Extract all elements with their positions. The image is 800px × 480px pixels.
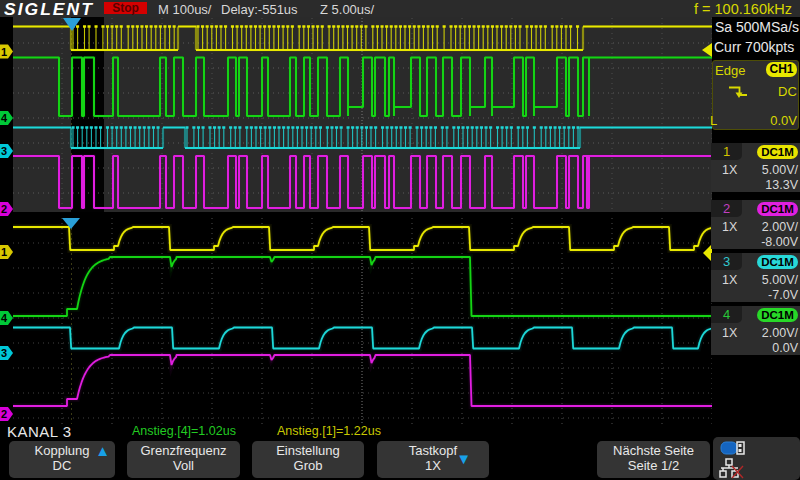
svg-text:4: 4 bbox=[1, 112, 8, 124]
svg-text:1: 1 bbox=[1, 246, 7, 258]
svg-text:4: 4 bbox=[1, 312, 8, 324]
svg-text:1: 1 bbox=[1, 46, 7, 58]
svg-text:3: 3 bbox=[1, 347, 7, 359]
svg-text:3: 3 bbox=[1, 145, 7, 157]
svg-text:2: 2 bbox=[1, 408, 7, 420]
svg-text:2: 2 bbox=[1, 203, 7, 215]
